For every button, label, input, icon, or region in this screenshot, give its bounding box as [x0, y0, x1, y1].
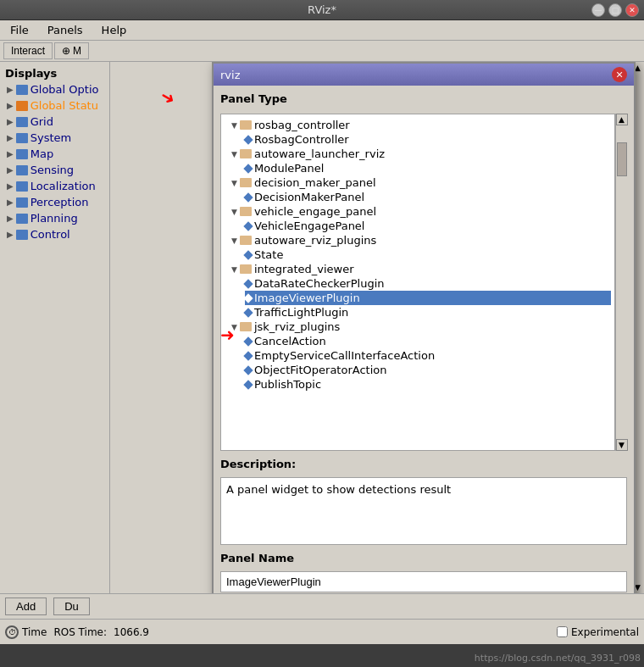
plugin-icon	[243, 351, 253, 360]
add-button[interactable]: Add	[5, 598, 47, 615]
expand-icon: ▶	[7, 149, 14, 158]
tree-item-vehicle-engage[interactable]: VehicleEngagePanel	[245, 219, 611, 233]
ros-time-label: ROS Time:	[53, 626, 107, 638]
expand-icon: ▼	[231, 121, 237, 130]
panel-type-dialog: rviz ✕ Panel Type ▼ rosbag_controller	[212, 62, 636, 593]
tree-item-vehicle-folder[interactable]: ▼ vehicle_engage_panel	[231, 204, 611, 219]
dialog-content: Panel Type ▼ rosbag_controller RosbagCon…	[214, 86, 634, 593]
content-area: rviz ✕ Panel Type ▼ rosbag_controller	[110, 62, 644, 593]
duplicate-button[interactable]: Du	[53, 598, 90, 615]
expand-icon: ▼	[231, 236, 237, 245]
plugin-icon	[243, 308, 253, 317]
folder-icon	[240, 149, 252, 158]
folder-icon	[16, 181, 28, 192]
time-icon: ⏱	[5, 625, 19, 639]
tree-item-integrated-folder[interactable]: ▼ integrated_viewer	[231, 262, 611, 276]
description-text: A panel widget to show detections result	[226, 483, 451, 496]
panel-name-input[interactable]	[220, 571, 627, 592]
folder-icon	[240, 207, 252, 216]
sidebar-item-grid[interactable]: ▶ Grid	[0, 114, 109, 130]
app-title: RViz*	[308, 3, 336, 16]
dialog-close-button[interactable]: ✕	[612, 67, 627, 82]
tree-scrollbar[interactable]: ▲ ▼	[615, 114, 627, 451]
plugin-tree[interactable]: ▼ rosbag_controller RosbagController ▼	[220, 114, 615, 451]
title-bar: RViz* — □ ✕	[0, 0, 644, 20]
plugin-icon	[243, 250, 253, 259]
experimental-checkbox[interactable]	[557, 626, 568, 637]
dialog-title-bar: rviz ✕	[214, 64, 634, 86]
move-button[interactable]: ⊕ M	[54, 42, 89, 59]
plugin-icon	[243, 380, 253, 389]
folder-icon	[16, 214, 28, 224]
tree-item-launcher-folder[interactable]: ▼ autoware_launcher_rviz	[231, 147, 611, 161]
experimental-label: Experimental	[571, 626, 639, 638]
plugin-icon	[243, 279, 253, 288]
tree-item-publishtopic[interactable]: PublishTopic	[245, 377, 611, 392]
tree-item-rosbag-controller[interactable]: RosbagController	[245, 132, 611, 147]
tree-item-cancelaction[interactable]: CancelAction	[245, 334, 611, 348]
tree-item-trafficlight[interactable]: TrafficLightPlugin	[245, 305, 611, 320]
main-layout: Displays ▶ Global Optio ▶ Global Statu ▶…	[0, 62, 644, 593]
tree-item-imageviewer[interactable]: ImageViewerPlugin	[245, 291, 611, 305]
menu-file[interactable]: File	[3, 22, 36, 38]
expand-icon: ▼	[231, 265, 237, 274]
move-icon: ⊕	[62, 45, 70, 57]
tree-item-objectfit[interactable]: ObjectFitOperatorAction	[245, 363, 611, 377]
folder-icon	[16, 133, 28, 143]
expand-icon: ▼	[231, 150, 237, 158]
folder-icon	[16, 230, 28, 240]
sidebar-item-global-options[interactable]: ▶ Global Optio	[0, 81, 109, 97]
tree-item-state[interactable]: State	[245, 247, 611, 262]
panel-type-label: Panel Type	[220, 92, 627, 105]
tree-item-decision-panel[interactable]: DecisionMakerPanel	[245, 190, 611, 204]
menu-panels[interactable]: Panels	[41, 22, 90, 38]
sidebar-item-control[interactable]: ▶ Control	[0, 226, 109, 242]
interact-button[interactable]: Interact	[3, 42, 53, 59]
expand-icon: ▶	[7, 133, 14, 142]
tree-item-decision-folder[interactable]: ▼ decision_maker_panel	[231, 175, 611, 190]
folder-icon	[240, 264, 252, 274]
expand-icon: ▶	[7, 230, 14, 239]
scroll-thumb[interactable]	[617, 142, 627, 176]
plugin-icon	[243, 293, 253, 303]
watermark: https://blog.csdn.net/qq_3931_r098	[475, 653, 641, 664]
sidebar-item-system[interactable]: ▶ System	[0, 130, 109, 146]
expand-icon: ▼	[231, 179, 237, 187]
folder-icon	[16, 197, 28, 208]
tree-item-module-panel[interactable]: ModulePanel	[245, 161, 611, 175]
sidebar-item-sensing[interactable]: ▶ Sensing	[0, 162, 109, 178]
scroll-down-btn[interactable]: ▼	[616, 439, 628, 451]
time-label: Time	[22, 626, 47, 638]
sidebar-item-localization[interactable]: ▶ Localization	[0, 178, 109, 194]
scroll-up-btn[interactable]: ▲	[616, 114, 628, 125]
sidebar-item-global-status[interactable]: ▶ Global Statu	[0, 97, 109, 114]
folder-icon	[240, 120, 252, 130]
description-label: Description:	[220, 458, 627, 470]
tree-item-rosbag-folder[interactable]: ▼ rosbag_controller	[231, 118, 611, 132]
sidebar-item-planning[interactable]: ▶ Planning	[0, 210, 109, 226]
folder-icon	[16, 117, 28, 127]
tree-item-emptyservice[interactable]: EmptyServiceCallInterfaceAction	[245, 348, 611, 363]
maximize-button[interactable]: □	[608, 3, 622, 17]
sidebar-item-map[interactable]: ▶ Map	[0, 146, 109, 162]
description-box: A panel widget to show detections result	[220, 477, 627, 545]
close-button[interactable]: ✕	[625, 3, 639, 17]
folder-icon	[240, 236, 252, 245]
minimize-button[interactable]: —	[591, 3, 605, 17]
expand-icon: ▶	[7, 214, 14, 223]
tree-item-jsk-folder[interactable]: ▼ jsk_rviz_plugins	[231, 320, 611, 334]
tree-item-datarate[interactable]: DataRateCheckerPlugin	[245, 276, 611, 291]
plugin-icon	[243, 221, 253, 231]
sidebar-header: Displays	[0, 65, 109, 81]
sidebar-item-perception[interactable]: ▶ Perception	[0, 194, 109, 210]
folder-icon	[240, 322, 252, 331]
sidebar: Displays ▶ Global Optio ▶ Global Statu ▶…	[0, 62, 110, 593]
toolbar: Interact ⊕ M	[0, 41, 644, 62]
menu-help[interactable]: Help	[95, 22, 134, 38]
time-section: ⏱ Time	[5, 625, 47, 639]
tree-item-rviz-plugins-folder[interactable]: ▼ autoware_rviz_plugins	[231, 233, 611, 247]
annotation-arrow-1: ➜	[157, 85, 180, 109]
bottom-bar: Add Du	[0, 593, 644, 619]
window-controls: — □ ✕	[591, 3, 639, 17]
folder-icon	[16, 149, 28, 159]
